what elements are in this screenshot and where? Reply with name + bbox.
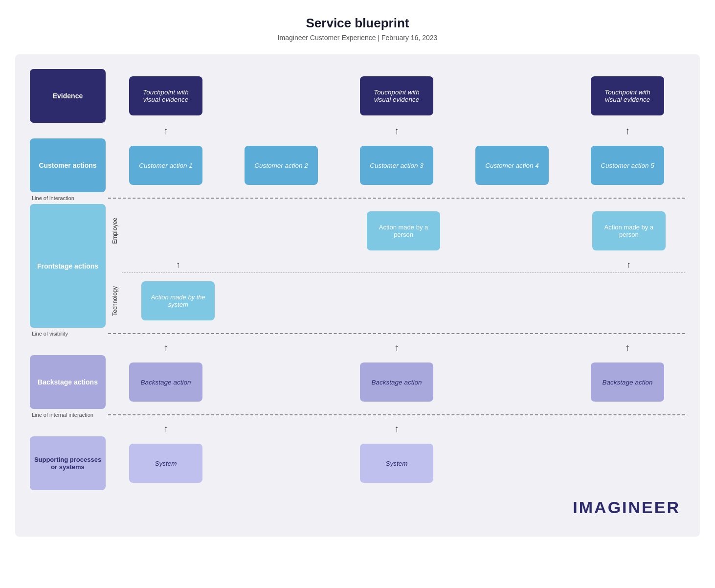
arrow-cell-3: ↑ (339, 123, 454, 138)
sep-internal: Line of internal interaction (30, 412, 685, 418)
backstage-cell-2 (223, 355, 339, 409)
arrow-cells-3: ↑ ↑ (108, 421, 685, 436)
evidence-cell-2 (223, 69, 339, 123)
logo: IMAGINEER (573, 498, 680, 517)
customer-cell-3: Customer action 3 (339, 138, 454, 192)
arrow-cell-5: ↑ (570, 123, 685, 138)
employee-cell-5: Action made by a person (573, 209, 685, 252)
supporting-box-3: System (360, 444, 433, 483)
employee-cell-4 (460, 209, 572, 252)
arrow-bs-sup-3: ↑ (339, 421, 454, 436)
frontstage-inner-arrow-2 (234, 258, 347, 271)
customer-box-4: Customer action 4 (475, 146, 549, 185)
customer-actions-content: Customer action 1 Customer action 2 Cust… (108, 138, 685, 192)
sep-interaction: Line of interaction (30, 195, 685, 201)
arrow-cell-2 (223, 123, 339, 138)
frontstage-inner-arrow-spacer (108, 258, 122, 271)
frontstage-block: Frontstage actions Employee Action made … (30, 204, 685, 328)
frontstage-inner-arrow-1: ↑ (122, 258, 234, 271)
evidence-cell-1: Touchpoint with visual evidence (108, 69, 223, 123)
employee-vert-label: Employee (108, 216, 122, 246)
customer-actions-row: Customer actions Customer action 1 Custo… (30, 138, 685, 192)
frontstage-inner-arrows: ↑ ↑ (108, 258, 685, 271)
arrow-tech-backstage-5: ↑ (570, 339, 685, 355)
arrow-tech-backstage-4 (454, 339, 570, 355)
frontstage-inner: Employee Action made by a person Action … (108, 204, 685, 328)
evidence-content: Touchpoint with visual evidence Touchpoi… (108, 69, 685, 123)
backstage-label: Backstage actions (30, 355, 106, 409)
arrow-row-backstage-supporting: ↑ ↑ (30, 421, 685, 436)
frontstage-label: Frontstage actions (30, 204, 106, 328)
evidence-label: Evidence (30, 69, 106, 123)
arrow-tech-backstage-3: ↑ (339, 339, 454, 355)
blueprint-container: Evidence Touchpoint with visual evidence… (15, 54, 700, 537)
sep-interaction-line (108, 198, 685, 199)
arrow-cell-1: ↑ (108, 123, 223, 138)
arrow-cells-1: ↑ ↑ ↑ (108, 123, 685, 138)
employee-cell-3: Action made by a person (347, 209, 460, 252)
customer-actions-label: Customer actions (30, 138, 106, 192)
evidence-box-1: Touchpoint with visual evidence (129, 76, 202, 115)
customer-cell-4: Customer action 4 (454, 138, 570, 192)
supporting-cell-3: System (339, 436, 454, 490)
arrow-bs-sup-5 (570, 421, 685, 436)
page-subtitle: Imagineer Customer Experience | February… (278, 34, 438, 42)
sep-visibility: Line of visibility (30, 331, 685, 337)
employee-subrow: Employee Action made by a person Action … (108, 204, 685, 258)
sep-interaction-label: Line of interaction (30, 195, 108, 201)
technology-cell-4 (460, 279, 572, 322)
supporting-cell-2 (223, 436, 339, 490)
customer-box-2: Customer action 2 (245, 146, 318, 185)
frontstage-inner-arrow-4 (460, 258, 572, 271)
customer-box-3: Customer action 3 (360, 146, 433, 185)
supporting-label: Supporting processes or systems (30, 436, 106, 490)
technology-box-1: Action made by the system (141, 281, 215, 320)
employee-cell-1 (122, 209, 234, 252)
evidence-cell-3: Touchpoint with visual evidence (339, 69, 454, 123)
supporting-row: Supporting processes or systems System S… (30, 436, 685, 490)
backstage-row: Backstage actions Backstage action Backs… (30, 355, 685, 409)
supporting-cell-1: System (108, 436, 223, 490)
arrow-tech-backstage-2 (223, 339, 339, 355)
arrow-row-evidence-customer: ↑ ↑ ↑ (30, 123, 685, 138)
frontstage-inner-arrow-5: ↑ (573, 258, 685, 271)
employee-box-3: Action made by a person (367, 211, 440, 250)
customer-cell-2: Customer action 2 (223, 138, 339, 192)
arrow-tech-backstage-1: ↑ (108, 339, 223, 355)
arrow-spacer-3 (30, 421, 106, 436)
technology-vert-label: Technology (108, 284, 122, 318)
frontstage-inner-arrow-cells: ↑ ↑ (122, 258, 685, 271)
evidence-box-5: Touchpoint with visual evidence (591, 76, 664, 115)
frontstage-sub-divider (108, 272, 685, 273)
sep-internal-label: Line of internal interaction (30, 412, 108, 418)
sep-visibility-line (108, 333, 685, 334)
customer-box-5: Customer action 5 (591, 146, 664, 185)
evidence-row: Evidence Touchpoint with visual evidence… (30, 69, 685, 123)
arrow-cells-2: ↑ ↑ ↑ (108, 339, 685, 355)
evidence-box-3: Touchpoint with visual evidence (360, 76, 433, 115)
frontstage-inner-arrow-3 (347, 258, 460, 271)
evidence-cell-4 (454, 69, 570, 123)
backstage-box-5: Backstage action (591, 362, 664, 402)
arrow-spacer-1 (30, 123, 106, 138)
technology-cell-1: Action made by the system (122, 279, 234, 322)
employee-cell-2 (234, 209, 347, 252)
arrow-bs-sup-2 (223, 421, 339, 436)
supporting-box-1: System (129, 444, 202, 483)
technology-cells: Action made by the system (122, 279, 685, 322)
backstage-cell-4 (454, 355, 570, 409)
technology-subrow: Technology Action made by the system (108, 274, 685, 328)
page-header: Service blueprint Imagineer Customer Exp… (278, 0, 438, 49)
arrow-bs-sup-1: ↑ (108, 421, 223, 436)
customer-cell-1: Customer action 1 (108, 138, 223, 192)
employee-box-5: Action made by a person (592, 211, 666, 250)
backstage-cell-1: Backstage action (108, 355, 223, 409)
sep-internal-line (108, 414, 685, 415)
backstage-box-3: Backstage action (360, 362, 433, 402)
technology-cell-2 (234, 279, 347, 322)
evidence-cell-5: Touchpoint with visual evidence (570, 69, 685, 123)
technology-cell-5 (573, 279, 685, 322)
employee-cells: Action made by a person Action made by a… (122, 209, 685, 252)
diagram: Evidence Touchpoint with visual evidence… (30, 69, 685, 517)
backstage-content: Backstage action Backstage action Backst… (108, 355, 685, 409)
